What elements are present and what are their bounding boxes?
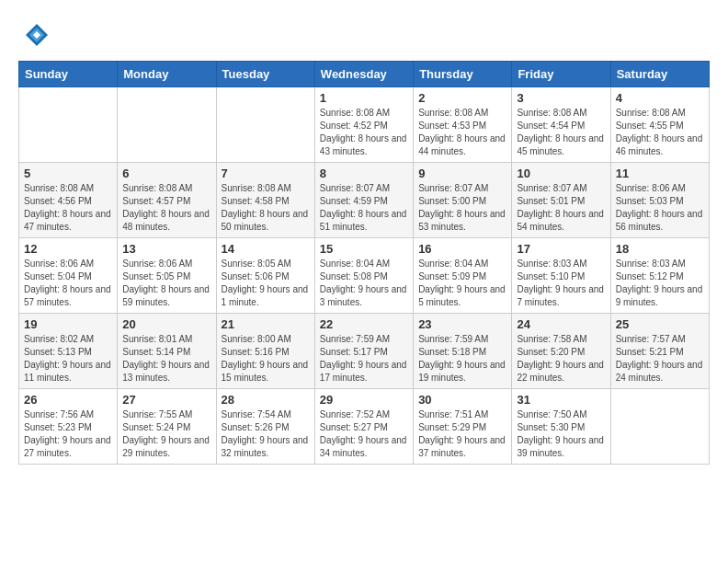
day-cell: 4Sunrise: 8:08 AM Sunset: 4:55 PM Daylig… — [610, 87, 709, 163]
column-header-wednesday: Wednesday — [314, 62, 413, 87]
day-info: Sunrise: 8:06 AM Sunset: 5:04 PM Dayligh… — [24, 258, 112, 309]
day-cell: 23Sunrise: 7:59 AM Sunset: 5:18 PM Dayli… — [414, 314, 512, 389]
day-cell — [118, 87, 216, 163]
day-cell — [216, 87, 314, 163]
day-cell: 30Sunrise: 7:51 AM Sunset: 5:29 PM Dayli… — [414, 389, 512, 465]
day-info: Sunrise: 7:58 AM Sunset: 5:20 PM Dayligh… — [517, 333, 605, 385]
day-cell: 17Sunrise: 8:03 AM Sunset: 5:10 PM Dayli… — [512, 238, 610, 314]
day-cell: 3Sunrise: 8:08 AM Sunset: 4:54 PM Daylig… — [512, 87, 610, 163]
day-info: Sunrise: 7:57 AM Sunset: 5:21 PM Dayligh… — [616, 333, 704, 385]
column-header-monday: Monday — [118, 62, 216, 87]
day-info: Sunrise: 7:59 AM Sunset: 5:18 PM Dayligh… — [418, 333, 506, 385]
day-cell: 9Sunrise: 8:07 AM Sunset: 5:00 PM Daylig… — [414, 163, 512, 238]
day-number: 24 — [517, 317, 605, 331]
day-info: Sunrise: 8:08 AM Sunset: 4:55 PM Dayligh… — [616, 107, 704, 158]
day-cell: 8Sunrise: 8:07 AM Sunset: 4:59 PM Daylig… — [314, 163, 413, 238]
day-number: 4 — [616, 91, 704, 105]
day-number: 19 — [24, 317, 112, 331]
day-info: Sunrise: 8:04 AM Sunset: 5:08 PM Dayligh… — [320, 258, 408, 309]
day-cell: 29Sunrise: 7:52 AM Sunset: 5:27 PM Dayli… — [314, 389, 413, 465]
day-number: 14 — [222, 242, 310, 256]
header-row: SundayMondayTuesdayWednesdayThursdayFrid… — [19, 62, 710, 87]
day-cell: 26Sunrise: 7:56 AM Sunset: 5:23 PM Dayli… — [19, 389, 118, 465]
day-cell: 20Sunrise: 8:01 AM Sunset: 5:14 PM Dayli… — [118, 314, 216, 389]
day-number: 9 — [418, 167, 506, 180]
day-cell: 1Sunrise: 8:08 AM Sunset: 4:52 PM Daylig… — [314, 87, 413, 163]
day-cell: 21Sunrise: 8:00 AM Sunset: 5:16 PM Dayli… — [216, 314, 314, 389]
day-cell: 7Sunrise: 8:08 AM Sunset: 4:58 PM Daylig… — [216, 163, 314, 238]
calendar: SundayMondayTuesdayWednesdayThursdayFrid… — [18, 61, 710, 465]
day-info: Sunrise: 8:07 AM Sunset: 4:59 PM Dayligh… — [320, 182, 408, 234]
day-info: Sunrise: 8:01 AM Sunset: 5:14 PM Dayligh… — [122, 333, 210, 385]
day-cell: 11Sunrise: 8:06 AM Sunset: 5:03 PM Dayli… — [610, 163, 709, 238]
day-number: 8 — [320, 167, 408, 180]
logo — [18, 18, 55, 52]
day-number: 11 — [616, 167, 704, 180]
day-info: Sunrise: 7:55 AM Sunset: 5:24 PM Dayligh… — [122, 408, 210, 460]
column-header-thursday: Thursday — [414, 62, 512, 87]
day-number: 5 — [24, 167, 112, 180]
day-info: Sunrise: 7:54 AM Sunset: 5:26 PM Dayligh… — [222, 408, 310, 460]
day-number: 25 — [616, 317, 704, 331]
week-row-4: 19Sunrise: 8:02 AM Sunset: 5:13 PM Dayli… — [19, 314, 710, 389]
day-info: Sunrise: 8:04 AM Sunset: 5:09 PM Dayligh… — [418, 258, 506, 309]
day-cell: 6Sunrise: 8:08 AM Sunset: 4:57 PM Daylig… — [118, 163, 216, 238]
day-info: Sunrise: 8:08 AM Sunset: 4:53 PM Dayligh… — [418, 107, 506, 158]
day-number: 27 — [122, 393, 210, 407]
day-info: Sunrise: 8:08 AM Sunset: 4:52 PM Dayligh… — [320, 107, 408, 158]
column-header-sunday: Sunday — [19, 62, 118, 87]
day-cell: 24Sunrise: 7:58 AM Sunset: 5:20 PM Dayli… — [512, 314, 610, 389]
day-info: Sunrise: 8:00 AM Sunset: 5:16 PM Dayligh… — [222, 333, 310, 385]
day-number: 16 — [418, 242, 506, 256]
day-cell: 28Sunrise: 7:54 AM Sunset: 5:26 PM Dayli… — [216, 389, 314, 465]
day-cell: 22Sunrise: 7:59 AM Sunset: 5:17 PM Dayli… — [314, 314, 413, 389]
day-number: 10 — [517, 167, 605, 180]
day-info: Sunrise: 7:59 AM Sunset: 5:17 PM Dayligh… — [320, 333, 408, 385]
day-cell: 5Sunrise: 8:08 AM Sunset: 4:56 PM Daylig… — [19, 163, 118, 238]
day-info: Sunrise: 8:08 AM Sunset: 4:57 PM Dayligh… — [122, 182, 210, 234]
day-cell: 13Sunrise: 8:06 AM Sunset: 5:05 PM Dayli… — [118, 238, 216, 314]
day-info: Sunrise: 7:50 AM Sunset: 5:30 PM Dayligh… — [517, 408, 605, 460]
day-info: Sunrise: 8:06 AM Sunset: 5:05 PM Dayligh… — [122, 258, 210, 309]
day-cell: 16Sunrise: 8:04 AM Sunset: 5:09 PM Dayli… — [414, 238, 512, 314]
day-cell — [610, 389, 709, 465]
day-number: 29 — [320, 393, 408, 407]
day-cell: 14Sunrise: 8:05 AM Sunset: 5:06 PM Dayli… — [216, 238, 314, 314]
day-number: 23 — [418, 317, 506, 331]
day-cell: 19Sunrise: 8:02 AM Sunset: 5:13 PM Dayli… — [19, 314, 118, 389]
day-number: 30 — [418, 393, 506, 407]
day-info: Sunrise: 8:07 AM Sunset: 5:01 PM Dayligh… — [517, 182, 605, 234]
day-number: 1 — [320, 91, 408, 105]
day-info: Sunrise: 7:51 AM Sunset: 5:29 PM Dayligh… — [418, 408, 506, 460]
day-number: 22 — [320, 317, 408, 331]
day-cell — [19, 87, 118, 163]
day-info: Sunrise: 8:02 AM Sunset: 5:13 PM Dayligh… — [24, 333, 112, 385]
day-number: 2 — [418, 91, 506, 105]
day-info: Sunrise: 7:56 AM Sunset: 5:23 PM Dayligh… — [24, 408, 112, 460]
day-cell: 15Sunrise: 8:04 AM Sunset: 5:08 PM Dayli… — [314, 238, 413, 314]
day-cell: 10Sunrise: 8:07 AM Sunset: 5:01 PM Dayli… — [512, 163, 610, 238]
day-info: Sunrise: 7:52 AM Sunset: 5:27 PM Dayligh… — [320, 408, 408, 460]
day-info: Sunrise: 8:05 AM Sunset: 5:06 PM Dayligh… — [222, 258, 310, 309]
day-cell: 2Sunrise: 8:08 AM Sunset: 4:53 PM Daylig… — [414, 87, 512, 163]
day-number: 21 — [222, 317, 310, 331]
day-cell: 18Sunrise: 8:03 AM Sunset: 5:12 PM Dayli… — [610, 238, 709, 314]
day-number: 13 — [122, 242, 210, 256]
day-cell: 25Sunrise: 7:57 AM Sunset: 5:21 PM Dayli… — [610, 314, 709, 389]
day-info: Sunrise: 8:06 AM Sunset: 5:03 PM Dayligh… — [616, 182, 704, 234]
logo-icon — [18, 18, 51, 52]
week-row-1: 1Sunrise: 8:08 AM Sunset: 4:52 PM Daylig… — [19, 87, 710, 163]
column-header-saturday: Saturday — [610, 62, 709, 87]
day-cell: 31Sunrise: 7:50 AM Sunset: 5:30 PM Dayli… — [512, 389, 610, 465]
day-number: 12 — [24, 242, 112, 256]
day-cell: 12Sunrise: 8:06 AM Sunset: 5:04 PM Dayli… — [19, 238, 118, 314]
day-number: 20 — [122, 317, 210, 331]
day-number: 28 — [222, 393, 310, 407]
week-row-5: 26Sunrise: 7:56 AM Sunset: 5:23 PM Dayli… — [19, 389, 710, 465]
day-number: 26 — [24, 393, 112, 407]
week-row-3: 12Sunrise: 8:06 AM Sunset: 5:04 PM Dayli… — [19, 238, 710, 314]
day-info: Sunrise: 8:07 AM Sunset: 5:00 PM Dayligh… — [418, 182, 506, 234]
day-number: 17 — [517, 242, 605, 256]
day-info: Sunrise: 8:08 AM Sunset: 4:54 PM Dayligh… — [517, 107, 605, 158]
day-number: 31 — [517, 393, 605, 407]
